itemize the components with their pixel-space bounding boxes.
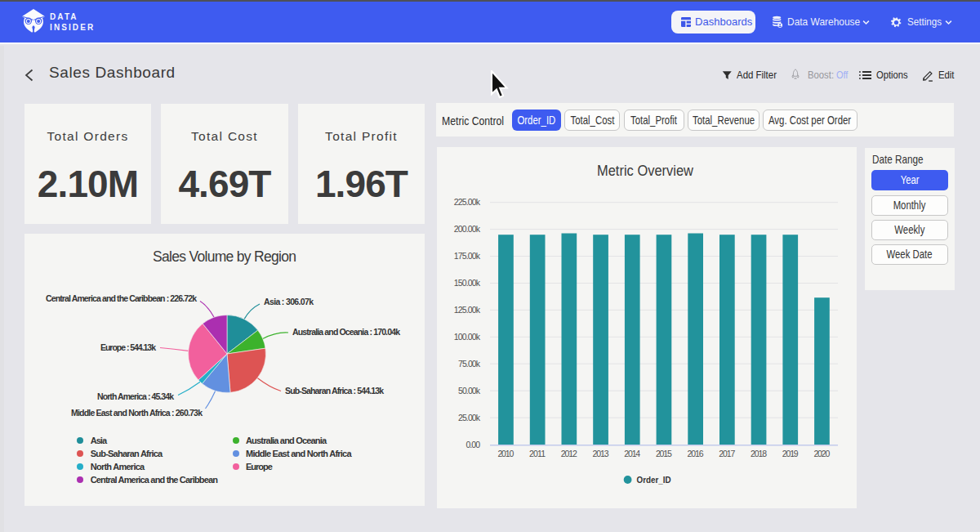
svg-text:50.00k: 50.00k [458, 386, 481, 396]
svg-text:Australia and Oceania : 170.04: Australia and Oceania : 170.04k [292, 327, 400, 337]
svg-text:Sales Volume by Region: Sales Volume by Region [153, 248, 296, 265]
svg-text:100.00k: 100.00k [454, 332, 481, 342]
svg-text:2010: 2010 [497, 449, 514, 458]
svg-text:Asia: Asia [91, 436, 108, 445]
svg-text:Metric Overview: Metric Overview [597, 163, 693, 179]
svg-text:25.00k: 25.00k [458, 413, 481, 422]
svg-text:Asia : 306.07k: Asia : 306.07k [264, 297, 314, 306]
svg-text:Central America and the Caribb: Central America and the Caribbean : 226.… [46, 293, 197, 303]
svg-text:Middle East and North Africa :: Middle East and North Africa : 260.73k [71, 408, 203, 418]
svg-text:North America: North America [91, 462, 145, 472]
svg-text:2013: 2013 [593, 449, 609, 458]
svg-text:Order_ID: Order_ID [637, 475, 671, 485]
svg-text:Middle East and North Africa: Middle East and North Africa [246, 449, 352, 458]
svg-text:Sub-Saharan Africa: Sub-Saharan Africa [91, 449, 163, 458]
svg-text:2018: 2018 [751, 449, 767, 458]
svg-text:Europe: Europe [246, 462, 273, 472]
svg-text:2016: 2016 [688, 449, 704, 458]
svg-text:Sub-Saharan Africa : 544.13k: Sub-Saharan Africa : 544.13k [285, 386, 384, 396]
svg-text:125.00k: 125.00k [454, 305, 481, 315]
svg-text:0.00: 0.00 [466, 440, 481, 449]
svg-text:2014: 2014 [624, 449, 640, 458]
svg-text:Australia and Oceania: Australia and Oceania [246, 436, 327, 445]
svg-text:2012: 2012 [561, 449, 577, 458]
svg-text:175.00k: 175.00k [454, 251, 481, 261]
svg-text:2011: 2011 [529, 449, 546, 458]
svg-text:75.00k: 75.00k [458, 359, 481, 369]
svg-text:150.00k: 150.00k [454, 278, 481, 288]
svg-text:2020: 2020 [813, 449, 830, 458]
svg-text:200.00k: 200.00k [454, 224, 481, 234]
svg-text:North America : 45.34k: North America : 45.34k [97, 391, 174, 401]
svg-text:2019: 2019 [782, 449, 799, 458]
svg-text:Central America and the Caribb: Central America and the Caribbean [91, 475, 219, 485]
svg-text:Europe : 544.13k: Europe : 544.13k [100, 342, 156, 352]
svg-text:2015: 2015 [656, 449, 672, 458]
svg-text:2017: 2017 [719, 449, 735, 458]
svg-text:225.00k: 225.00k [454, 197, 481, 207]
